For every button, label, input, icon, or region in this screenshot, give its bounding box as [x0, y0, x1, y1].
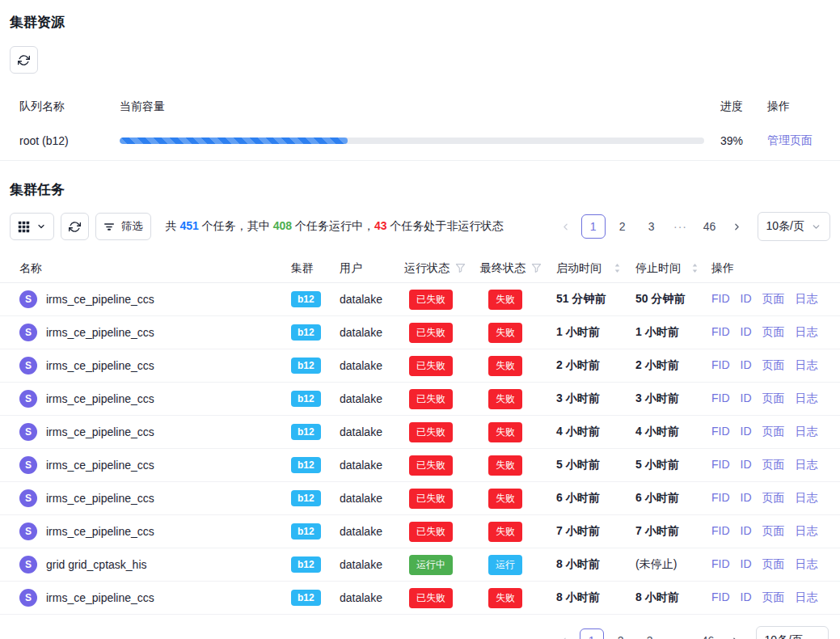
fid-link[interactable]: FID — [711, 425, 730, 439]
manage-page-link[interactable]: 管理页面 — [767, 133, 813, 146]
id-link[interactable]: ID — [741, 425, 752, 439]
fid-link[interactable]: FID — [711, 491, 730, 506]
page-link[interactable]: 页面 — [762, 391, 785, 406]
table-row: S irms_ce_pipeline_ccs b12 datalake 已失败 … — [0, 449, 840, 482]
summary-text: 个任务，其中 — [199, 219, 273, 232]
page-link[interactable]: 页面 — [762, 292, 785, 307]
page-link[interactable]: 页面 — [762, 524, 785, 539]
fid-link[interactable]: FID — [711, 325, 730, 340]
log-link[interactable]: 日志 — [796, 458, 818, 472]
pagination-page-46[interactable]: 46 — [698, 214, 722, 239]
fid-link[interactable]: FID — [711, 391, 730, 406]
chevron-down-icon — [811, 222, 821, 232]
task-name: irms_ce_pipeline_ccs — [46, 425, 154, 438]
table-row: S irms_ce_pipeline_ccs b12 datalake 已失败 … — [0, 416, 840, 449]
log-link[interactable]: 日志 — [796, 325, 818, 340]
table-row: S irms_ce_pipeline_ccs b12 datalake 已失败 … — [0, 283, 840, 316]
progress-header: 进度 — [714, 99, 761, 114]
start-time: 2 小时前 — [553, 358, 632, 373]
run-status-badge: 已失败 — [409, 588, 453, 608]
task-avatar: S — [19, 423, 37, 441]
columns-menu-button[interactable] — [10, 213, 54, 240]
task-avatar: S — [19, 324, 37, 341]
fid-link[interactable]: FID — [711, 590, 730, 605]
filter-lines-icon — [103, 221, 115, 232]
pagination-page-1[interactable]: 1 — [580, 628, 604, 639]
log-link[interactable]: 日志 — [796, 425, 818, 439]
id-link[interactable]: ID — [741, 524, 752, 539]
id-link[interactable]: ID — [741, 557, 752, 572]
fid-link[interactable]: FID — [711, 358, 730, 373]
pagination-ellipsis[interactable]: ··· — [667, 628, 691, 639]
pagination-prev-button[interactable] — [555, 216, 576, 237]
pagination-page-3[interactable]: 3 — [638, 628, 662, 639]
fid-link[interactable]: FID — [711, 292, 730, 307]
page-size-select[interactable]: 10条/页 — [756, 626, 829, 639]
fid-link[interactable]: FID — [711, 458, 730, 472]
refresh-resources-button[interactable] — [10, 46, 38, 74]
fid-link[interactable]: FID — [711, 524, 730, 539]
page-link[interactable]: 页面 — [762, 458, 785, 472]
stop-time: 1 小时前 — [632, 325, 710, 340]
queue-name-header: 队列名称 — [10, 99, 110, 114]
cluster-header: 集群 — [281, 261, 333, 276]
refresh-icon — [18, 54, 30, 66]
row-actions: FIDID页面日志 — [710, 325, 830, 340]
page-link[interactable]: 页面 — [762, 325, 785, 340]
log-link[interactable]: 日志 — [796, 391, 818, 406]
stop-time: 3 小时前 — [632, 391, 710, 406]
page-size-select[interactable]: 10条/页 — [758, 212, 830, 241]
final-status-badge: 失败 — [488, 422, 522, 442]
log-link[interactable]: 日志 — [796, 358, 818, 373]
filter-funnel-icon[interactable] — [455, 263, 466, 273]
stop-time: 7 小时前 — [632, 524, 710, 539]
id-link[interactable]: ID — [741, 458, 752, 472]
task-name: irms_ce_pipeline_ccs — [46, 359, 154, 372]
task-name: irms_ce_pipeline_ccs — [46, 392, 154, 405]
page-link[interactable]: 页面 — [762, 491, 785, 506]
summary-text: 个任务处于非运行状态 — [387, 219, 504, 232]
task-user: datalake — [333, 558, 398, 571]
stop-time: 50 分钟前 — [632, 292, 710, 307]
row-actions: FIDID页面日志 — [710, 458, 830, 472]
pagination-ellipsis[interactable]: ··· — [669, 214, 693, 239]
id-link[interactable]: ID — [741, 292, 752, 307]
log-link[interactable]: 日志 — [796, 590, 818, 605]
page-link[interactable]: 页面 — [762, 590, 785, 605]
id-link[interactable]: ID — [741, 491, 752, 506]
sort-icon[interactable] — [691, 263, 699, 273]
log-link[interactable]: 日志 — [796, 491, 818, 506]
log-link[interactable]: 日志 — [796, 292, 818, 307]
row-actions: FIDID页面日志 — [710, 391, 830, 406]
fid-link[interactable]: FID — [711, 557, 730, 572]
pagination-page-3[interactable]: 3 — [639, 214, 664, 239]
refresh-tasks-button[interactable] — [61, 213, 89, 240]
not-running-tasks-count: 43 — [374, 219, 387, 232]
page-link[interactable]: 页面 — [762, 557, 785, 572]
pagination-page-2[interactable]: 2 — [609, 628, 633, 639]
filter-funnel-icon[interactable] — [531, 263, 542, 273]
cluster-resources-title: 集群资源 — [10, 13, 840, 32]
log-link[interactable]: 日志 — [796, 557, 818, 572]
pagination-next-button[interactable] — [725, 630, 746, 639]
id-link[interactable]: ID — [741, 325, 752, 340]
page-link[interactable]: 页面 — [762, 358, 785, 373]
id-link[interactable]: ID — [741, 590, 752, 605]
id-link[interactable]: ID — [741, 391, 752, 406]
cluster-tag: b12 — [291, 490, 321, 506]
sort-icon[interactable] — [614, 263, 621, 273]
stop-time-header: 停止时间 — [635, 261, 681, 276]
pagination-page-1[interactable]: 1 — [581, 214, 606, 239]
log-link[interactable]: 日志 — [796, 524, 818, 539]
id-link[interactable]: ID — [741, 358, 752, 373]
page-link[interactable]: 页面 — [762, 425, 785, 439]
pagination-prev-button[interactable] — [554, 630, 575, 639]
task-avatar: S — [19, 456, 37, 474]
table-row: S irms_ce_pipeline_ccs b12 datalake 已失败 … — [0, 582, 840, 615]
stop-time: 6 小时前 — [632, 491, 710, 506]
filter-button[interactable]: 筛选 — [95, 213, 151, 240]
pagination-next-button[interactable] — [727, 216, 748, 237]
pagination-page-2[interactable]: 2 — [610, 214, 635, 239]
pagination-page-46[interactable]: 46 — [696, 628, 720, 639]
final-status-badge: 失败 — [488, 356, 522, 376]
